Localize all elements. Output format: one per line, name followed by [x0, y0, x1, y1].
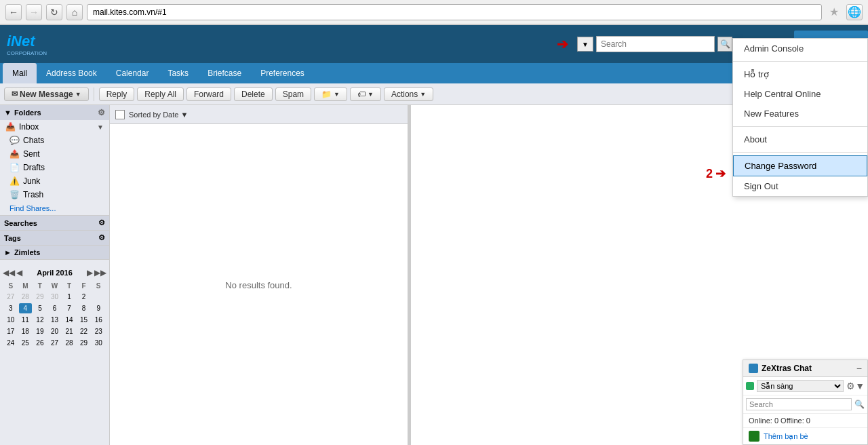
tags-header[interactable]: Tags ⚙ — [0, 231, 109, 245]
folder-sent[interactable]: 📤 Sent — [0, 147, 109, 161]
cal-date[interactable]: 28 — [19, 292, 33, 302]
spam-button[interactable]: Spam — [275, 88, 311, 101]
select-all-checkbox[interactable] — [115, 110, 125, 119]
searches-gear-icon[interactable]: ⚙ — [98, 218, 105, 227]
cal-date[interactable]: 13 — [48, 315, 62, 325]
cal-date[interactable]: 14 — [62, 315, 76, 325]
cal-date[interactable]: 18 — [19, 326, 33, 336]
menu-item-support[interactable]: Hỗ trợ — [733, 64, 867, 84]
find-shares-link[interactable]: Find Shares... — [0, 201, 109, 215]
folders-gear-icon[interactable]: ⚙ — [98, 108, 105, 117]
cal-date-today[interactable]: 4 — [19, 303, 33, 313]
cal-prev[interactable]: ◀ — [16, 268, 22, 277]
delete-button[interactable]: Delete — [234, 88, 273, 101]
cal-date[interactable]: 7 — [62, 303, 76, 313]
cal-date[interactable]: 26 — [33, 338, 47, 348]
tab-tasks[interactable]: Tasks — [158, 63, 198, 83]
menu-item-about[interactable]: About — [733, 130, 867, 149]
folders-header[interactable]: ▼ Folders ⚙ — [0, 105, 109, 120]
cal-date[interactable]: 28 — [62, 338, 76, 348]
cal-month-year: April 2016 — [37, 269, 73, 277]
chat-search-icon[interactable]: 🔍 — [854, 400, 865, 409]
cal-date[interactable]: 22 — [77, 326, 91, 336]
chat-online-bar: Online: 0 Offline: 0 — [743, 414, 867, 428]
cal-next[interactable]: ▶ — [87, 268, 93, 277]
cal-last-next[interactable]: ▶▶ — [94, 268, 106, 277]
resize-handle[interactable] — [408, 105, 411, 445]
cal-date[interactable]: 20 — [48, 326, 62, 336]
bookmark-icon[interactable]: ★ — [826, 4, 842, 20]
cal-date[interactable]: 5 — [33, 303, 47, 313]
menu-item-sign-out[interactable]: Sign Out — [733, 176, 867, 196]
new-message-button[interactable]: ✉ New Message ▼ — [4, 88, 89, 101]
cal-date[interactable]: 30 — [48, 292, 62, 302]
reply-all-button[interactable]: Reply All — [137, 88, 184, 101]
chat-add-friend[interactable]: Thêm bạn bè — [743, 428, 867, 444]
tab-address-book[interactable]: Address Book — [37, 63, 106, 83]
cal-date[interactable]: 17 — [4, 326, 18, 336]
folder-drafts[interactable]: 📄 Drafts — [0, 161, 109, 174]
cal-first-prev[interactable]: ◀◀ — [3, 268, 15, 277]
search-input[interactable] — [596, 36, 715, 52]
tab-mail[interactable]: Mail — [3, 63, 37, 83]
address-bar[interactable] — [87, 4, 822, 20]
cal-date[interactable]: 23 — [92, 326, 105, 336]
forward-button-toolbar[interactable]: Forward — [186, 88, 231, 101]
folders-section: ▼ Folders ⚙ 📥 Inbox ▼ 💬 Chats 📤 Sent 📄 D… — [0, 105, 109, 216]
status-dot-icon — [746, 382, 754, 390]
refresh-button[interactable]: ↻ — [46, 4, 62, 20]
arrow-indicator-2: 2 ➔ — [706, 166, 726, 181]
cal-date[interactable]: 10 — [4, 315, 18, 325]
cal-date[interactable]: 29 — [33, 292, 47, 302]
zimlets-header[interactable]: ► Zimlets — [0, 246, 109, 259]
chat-gear-icon[interactable]: ⚙▼ — [846, 381, 865, 391]
cal-date[interactable]: 2 — [77, 292, 91, 302]
cal-date[interactable]: 6 — [48, 303, 62, 313]
folder-chats[interactable]: 💬 Chats — [0, 134, 109, 147]
cal-date[interactable]: 12 — [33, 315, 47, 325]
searches-header[interactable]: Searches ⚙ — [0, 216, 109, 230]
chat-search-input[interactable] — [746, 398, 852, 410]
cal-date[interactable]: 11 — [19, 315, 33, 325]
status-select[interactable]: Sẵn sàng — [757, 380, 844, 392]
menu-item-change-password[interactable]: Change Password — [733, 155, 867, 176]
cal-date[interactable]: 24 — [4, 338, 18, 348]
search-filter-btn[interactable]: ▼ — [577, 37, 593, 52]
cal-date[interactable]: 1 — [62, 292, 76, 302]
cal-date[interactable]: 8 — [77, 303, 91, 313]
globe-icon[interactable]: 🌐 — [846, 4, 863, 20]
cal-date[interactable]: 27 — [4, 292, 18, 302]
cal-date[interactable]: 29 — [77, 338, 91, 348]
tab-preferences[interactable]: Preferences — [251, 63, 314, 83]
cal-date[interactable]: 3 — [4, 303, 18, 313]
home-button[interactable]: ⌂ — [66, 4, 83, 20]
actions-button[interactable]: Actions ▼ — [384, 88, 433, 101]
cal-date[interactable]: 15 — [77, 315, 91, 325]
menu-item-admin-console[interactable]: Admin Console — [733, 39, 867, 58]
cal-date[interactable]: 9 — [92, 303, 105, 313]
drafts-icon: 📄 — [9, 163, 20, 172]
folder-trash[interactable]: 🗑️ Trash — [0, 188, 109, 201]
cal-date[interactable]: 19 — [33, 326, 47, 336]
chat-minimize-button[interactable]: − — [856, 363, 862, 374]
tab-calendar[interactable]: Calendar — [106, 63, 159, 83]
tags-gear-icon[interactable]: ⚙ — [98, 233, 105, 242]
search-button[interactable]: 🔍 — [717, 37, 732, 52]
cal-date[interactable]: 30 — [92, 338, 105, 348]
cal-date[interactable]: 25 — [19, 338, 33, 348]
cal-date[interactable]: 27 — [48, 338, 62, 348]
reply-button[interactable]: Reply — [99, 88, 135, 101]
tag-button[interactable]: 🏷 ▼ — [350, 88, 381, 101]
menu-item-help-central[interactable]: Help Central Online — [733, 84, 867, 104]
folder-junk[interactable]: ⚠️ Junk — [0, 174, 109, 188]
forward-button[interactable]: → — [26, 4, 42, 20]
cal-date[interactable]: 16 — [92, 315, 105, 325]
sort-label[interactable]: Sorted by Date ▼ — [129, 111, 188, 119]
back-button[interactable]: ← — [5, 4, 22, 20]
menu-item-new-features[interactable]: New Features — [733, 104, 867, 123]
cal-date[interactable]: 21 — [62, 326, 76, 336]
chat-header: ZeXtras Chat − — [743, 360, 867, 377]
tab-briefcase[interactable]: Briefcase — [198, 63, 251, 83]
folder-inbox[interactable]: 📥 Inbox ▼ — [0, 120, 109, 134]
move-button[interactable]: 📁 ▼ — [314, 88, 347, 101]
